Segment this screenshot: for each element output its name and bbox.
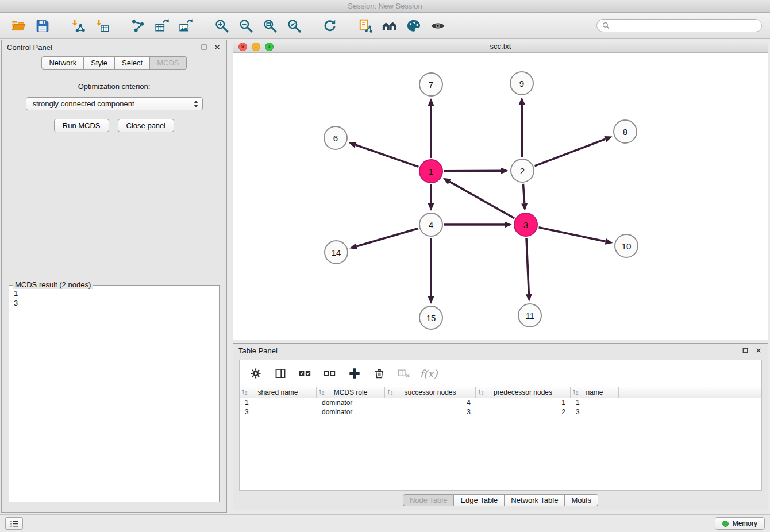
import-network-button[interactable] — [68, 16, 88, 36]
table-row-0[interactable]: 1dominator411 — [240, 398, 761, 407]
tab-node-table[interactable]: Node Table — [403, 494, 455, 506]
table-cell: 1 — [240, 398, 317, 407]
minimize-window-icon[interactable] — [252, 43, 260, 51]
run-mcds-button[interactable]: Run MCDS — [54, 119, 109, 132]
zoom-window-icon[interactable] — [265, 43, 274, 51]
float-panel-icon[interactable] — [199, 43, 208, 52]
home-button[interactable] — [379, 16, 400, 36]
tab-network-table[interactable]: Network Table — [505, 494, 565, 506]
tab-edge-table[interactable]: Edge Table — [454, 494, 505, 506]
toolbar-group — [319, 16, 340, 36]
style-palette-button[interactable] — [403, 16, 424, 36]
close-panel-button[interactable]: Close panel — [118, 119, 175, 132]
graph-node-3[interactable]: 3 — [514, 213, 538, 237]
column-header-MCDS-role[interactable]: MCDS role — [317, 387, 385, 398]
graph-node-15[interactable]: 15 — [419, 306, 443, 330]
control-panel-header: Control Panel — [2, 40, 226, 54]
table-cell: 1 — [571, 398, 619, 407]
share-document-icon — [358, 18, 373, 33]
column-header-successor-nodes[interactable]: successor nodes — [385, 387, 476, 398]
zoom-selected-icon — [287, 18, 302, 33]
memory-button[interactable]: Memory — [715, 517, 765, 530]
split-panel-button[interactable] — [272, 365, 288, 381]
mcds-result-title: MCDS result (2 nodes) — [13, 280, 93, 289]
zoom-fit-button[interactable] — [260, 16, 280, 36]
refresh-network-button[interactable] — [319, 16, 340, 36]
graph-node-11[interactable]: 11 — [518, 303, 542, 327]
tab-mcds[interactable]: MCDS — [150, 56, 186, 70]
criterion-select[interactable]: strongly connected component — [26, 97, 203, 110]
mcds-result-box: MCDS result (2 nodes) 13 — [9, 285, 220, 502]
toolbar-group — [68, 16, 113, 36]
graph-node-2[interactable]: 2 — [510, 159, 534, 183]
table-tabs: Node TableEdge TableNetwork TableMotifs — [233, 494, 768, 506]
close-panel-icon[interactable] — [213, 43, 221, 52]
table-container: f(x) shared nameMCDS rolesuccessor nodes… — [239, 360, 762, 491]
graph-node-6[interactable]: 6 — [324, 126, 348, 150]
close-window-icon[interactable] — [238, 43, 247, 51]
column-header-shared-name[interactable]: shared name — [240, 387, 317, 398]
delete-table-icon — [398, 368, 410, 379]
add-column-button[interactable] — [346, 365, 363, 381]
zoom-selected-button[interactable] — [284, 16, 305, 36]
save-session-button[interactable] — [32, 16, 53, 36]
column-header-label: MCDS role — [334, 388, 368, 396]
import-table-icon — [95, 18, 110, 33]
refresh-network-icon — [322, 18, 337, 33]
zoom-in-button[interactable] — [211, 16, 232, 36]
search-box[interactable] — [596, 19, 762, 32]
function-builder-button[interactable]: f(x) — [421, 365, 437, 381]
deselect-all-button[interactable] — [322, 365, 338, 381]
column-edit-icon — [319, 389, 325, 395]
graph-node-1[interactable]: 1 — [419, 159, 443, 183]
task-history-button[interactable] — [5, 517, 23, 530]
tab-network[interactable]: Network — [41, 56, 84, 70]
optimization-criterion-label: Optimization criterion: — [2, 82, 226, 91]
graph-node-7[interactable]: 7 — [419, 72, 443, 97]
settings-gear-button[interactable] — [248, 365, 264, 381]
export-image-button[interactable] — [176, 16, 197, 36]
export-network-button[interactable] — [128, 16, 148, 36]
graph-node-14[interactable]: 14 — [324, 240, 348, 264]
graph-node-10[interactable]: 10 — [614, 234, 638, 258]
eye-button[interactable] — [428, 16, 448, 36]
window-controls — [238, 43, 274, 51]
table-panel-title: Table Panel — [238, 346, 278, 355]
table-cell: dominator — [317, 398, 385, 407]
delete-table-button[interactable] — [396, 365, 412, 381]
column-edit-icon — [573, 389, 579, 395]
settings-gear-icon — [250, 368, 261, 379]
close-panel-icon[interactable] — [754, 346, 763, 355]
mcds-result-values: 13 — [9, 286, 219, 311]
toolbar-group — [128, 16, 197, 36]
select-all-button[interactable] — [297, 365, 313, 381]
delete-column-icon — [374, 368, 385, 379]
share-document-button[interactable] — [355, 16, 376, 36]
graph-node-9[interactable]: 9 — [510, 71, 534, 95]
network-window: scc.txt 7968124314101511 — [233, 40, 768, 340]
window-title: Session: New Session — [348, 2, 422, 10]
select-arrows-icon — [194, 101, 198, 107]
column-header-predecessor-nodes[interactable]: predecessor nodes — [476, 387, 571, 398]
table-toolbar: f(x) — [240, 360, 761, 387]
column-edit-icon — [242, 389, 248, 395]
network-canvas[interactable]: 7968124314101511 — [233, 53, 768, 340]
tab-motifs[interactable]: Motifs — [565, 494, 598, 506]
delete-column-button[interactable] — [371, 365, 387, 381]
search-input[interactable] — [613, 21, 756, 30]
float-panel-icon[interactable] — [741, 346, 749, 355]
export-table-button[interactable] — [152, 16, 172, 36]
graph-node-8[interactable]: 8 — [613, 119, 637, 144]
open-session-button[interactable] — [8, 16, 29, 36]
import-table-button[interactable] — [92, 16, 113, 36]
tab-style[interactable]: Style — [84, 56, 115, 70]
table-cell: 3 — [571, 407, 619, 417]
open-session-icon — [11, 18, 26, 33]
column-edit-icon — [387, 389, 394, 395]
table-row-1[interactable]: 3dominator323 — [240, 407, 761, 417]
column-header-name[interactable]: name — [571, 387, 619, 398]
tab-select[interactable]: Select — [115, 56, 150, 70]
table-cell: 3 — [385, 407, 476, 417]
graph-node-4[interactable]: 4 — [419, 213, 443, 237]
zoom-out-button[interactable] — [236, 16, 256, 36]
